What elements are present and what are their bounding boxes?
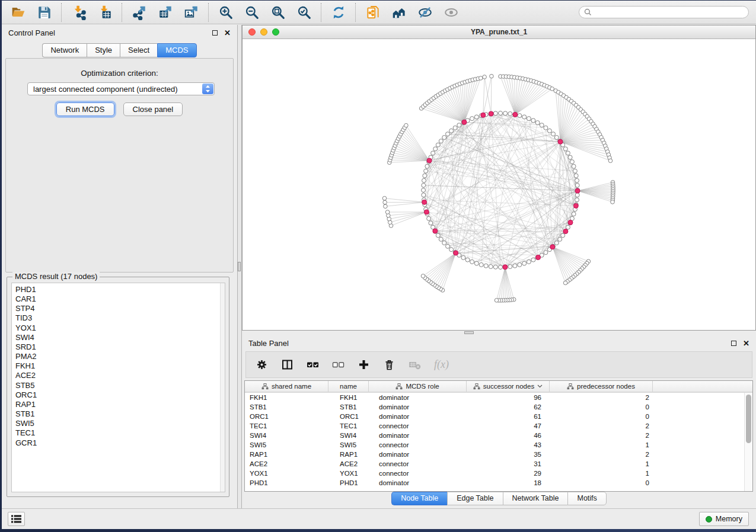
ring-node[interactable] <box>474 115 479 119</box>
mcds-result-item[interactable]: SWI4 <box>15 333 225 342</box>
ring-node[interactable] <box>518 114 522 118</box>
ring-node[interactable] <box>499 265 503 270</box>
table-scrollbar-thumb[interactable] <box>746 395 751 443</box>
mcds-result-item[interactable]: TEC1 <box>15 428 225 438</box>
ring-node[interactable] <box>474 261 479 265</box>
clone-network-icon[interactable] <box>365 4 381 20</box>
ring-node[interactable] <box>436 233 440 238</box>
hub-node[interactable] <box>481 113 486 117</box>
tab-network-table[interactable]: Network Table <box>503 492 568 505</box>
ring-node[interactable] <box>453 126 457 130</box>
open-session-icon[interactable] <box>10 4 26 20</box>
tab-network[interactable]: Network <box>42 43 87 57</box>
column-header-MCDS-role[interactable]: MCDS role <box>369 381 467 392</box>
tab-edge-table[interactable]: Edge Table <box>447 492 502 505</box>
deselect-all-icon[interactable] <box>332 358 344 371</box>
network-canvas[interactable] <box>243 39 755 330</box>
hub-node[interactable] <box>462 120 467 124</box>
hub-node[interactable] <box>573 203 578 208</box>
hub-node[interactable] <box>427 158 432 163</box>
ring-node[interactable] <box>439 237 443 241</box>
table-row[interactable]: RAP1RAP1dominator352 <box>245 450 752 459</box>
mcds-result-item[interactable]: YOX1 <box>15 323 225 333</box>
search-input[interactable] <box>592 8 744 17</box>
ring-node[interactable] <box>566 151 570 155</box>
leaf-node[interactable] <box>384 204 388 209</box>
hide-selected-icon[interactable] <box>417 4 433 20</box>
ring-node[interactable] <box>442 136 446 140</box>
tab-mcds[interactable]: MCDS <box>157 43 196 57</box>
ring-node[interactable] <box>479 262 483 267</box>
tab-style[interactable]: Style <box>87 43 120 57</box>
ring-node[interactable] <box>446 132 450 136</box>
ring-node[interactable] <box>449 129 454 133</box>
ring-node[interactable] <box>449 248 454 252</box>
delete-column-icon[interactable] <box>383 358 395 371</box>
hub-node[interactable] <box>503 265 508 270</box>
close-panel-icon[interactable]: ✕ <box>224 30 231 36</box>
table-row[interactable]: SWI4SWI4dominator462 <box>245 431 752 440</box>
leaf-node[interactable] <box>421 274 425 278</box>
hub-node[interactable] <box>433 229 438 233</box>
table-row[interactable]: STB1STB1dominator620 <box>245 402 752 412</box>
export-network-icon[interactable] <box>131 4 147 20</box>
ring-node[interactable] <box>424 169 428 173</box>
table-row[interactable]: FKH1FKH1dominator962 <box>245 393 752 402</box>
mcds-result-item[interactable]: SRD1 <box>15 342 225 352</box>
ring-node[interactable] <box>573 169 577 173</box>
column-header-predecessor-nodes[interactable]: predecessor nodes <box>550 381 653 392</box>
ring-node[interactable] <box>442 241 446 245</box>
ring-node[interactable] <box>484 264 488 268</box>
ring-node[interactable] <box>575 183 579 187</box>
hub-node[interactable] <box>563 229 568 234</box>
leaf-node[interactable] <box>479 76 483 81</box>
list-scrollbar[interactable] <box>220 283 225 492</box>
leaf-node[interactable] <box>495 299 499 303</box>
splitter-handle[interactable] <box>238 262 241 271</box>
mcds-result-item[interactable]: STB1 <box>15 409 225 419</box>
ring-node[interactable] <box>554 136 559 140</box>
vertical-splitter[interactable] <box>237 25 242 508</box>
mcds-result-item[interactable]: PHD1 <box>15 285 225 294</box>
mcds-result-item[interactable]: GCR1 <box>15 438 225 448</box>
mcds-result-list[interactable]: PHD1CAR1STP4TID3YOX1SWI4SRD1PMA2FKH1ACE2… <box>11 283 225 492</box>
import-network-icon[interactable] <box>71 4 87 20</box>
ring-node[interactable] <box>431 151 435 155</box>
ring-node[interactable] <box>575 198 579 202</box>
column-header-name[interactable]: name <box>328 381 369 392</box>
ring-node[interactable] <box>566 225 570 229</box>
hub-node[interactable] <box>558 139 563 144</box>
zoom-out-icon[interactable] <box>244 4 260 20</box>
hub-node[interactable] <box>424 210 429 214</box>
ring-node[interactable] <box>465 258 470 262</box>
close-panel-button[interactable]: Close panel <box>123 102 183 116</box>
optimization-criterion-select[interactable]: largest connected component (undirected) <box>27 82 215 95</box>
hub-node[interactable] <box>575 188 580 193</box>
mcds-result-item[interactable]: FKH1 <box>15 361 225 371</box>
leaf-node[interactable] <box>383 200 387 204</box>
ring-node[interactable] <box>423 174 427 178</box>
export-image-icon[interactable] <box>183 4 199 20</box>
ring-node[interactable] <box>544 251 548 255</box>
hub-node[interactable] <box>568 220 573 225</box>
column-header-shared-name[interactable]: shared name <box>245 381 328 392</box>
ring-node[interactable] <box>508 112 512 116</box>
ring-node[interactable] <box>558 237 562 241</box>
tab-node-table[interactable]: Node Table <box>391 492 447 505</box>
leaf-node[interactable] <box>483 75 487 79</box>
ring-node[interactable] <box>570 160 574 164</box>
select-all-icon[interactable] <box>307 358 319 371</box>
table-row[interactable]: YOX1YOX1connector291 <box>245 469 752 478</box>
show-hidden-icon[interactable] <box>443 4 459 20</box>
ring-node[interactable] <box>522 261 527 265</box>
ring-node[interactable] <box>422 193 426 197</box>
ring-node[interactable] <box>531 258 535 262</box>
leaf-node[interactable] <box>382 196 387 200</box>
horizontal-splitter[interactable] <box>242 331 756 335</box>
ring-node[interactable] <box>544 126 548 130</box>
mcds-result-item[interactable]: STB5 <box>15 381 225 390</box>
mcds-result-item[interactable]: ACE2 <box>15 371 225 380</box>
ring-node[interactable] <box>433 147 438 151</box>
hub-node[interactable] <box>550 245 555 249</box>
ring-node[interactable] <box>574 174 578 178</box>
